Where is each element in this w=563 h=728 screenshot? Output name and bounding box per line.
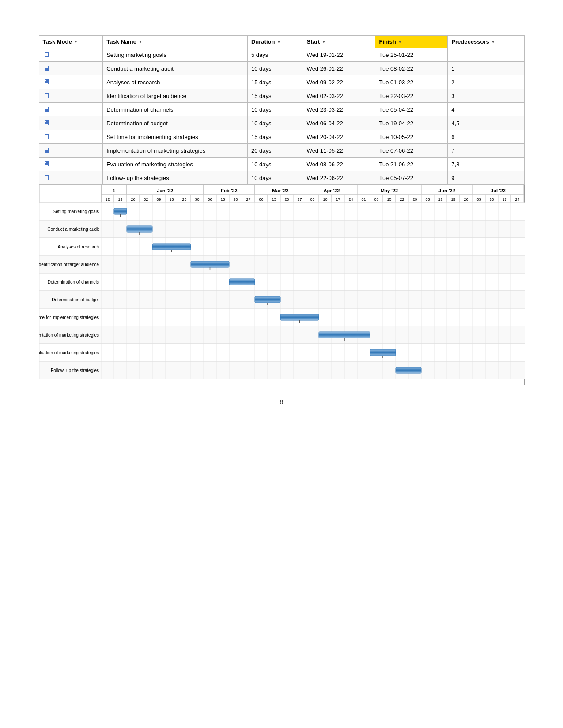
task-mode-cell-3: 🖥 <box>39 89 103 103</box>
start-cell-0: Wed 19-01-22 <box>303 48 375 62</box>
svg-text:23: 23 <box>182 197 186 202</box>
svg-text:16: 16 <box>169 197 174 202</box>
page-container: Task Mode ▼ Task Name ▼ Duration ▼ <box>39 35 525 405</box>
task-mode-cell-8: 🖥 <box>39 158 103 171</box>
svg-rect-269 <box>39 291 525 308</box>
svg-text:22: 22 <box>400 197 404 202</box>
task-mode-icon-2: 🖥 <box>43 78 50 86</box>
svg-text:Analyses of research: Analyses of research <box>57 244 98 249</box>
svg-text:13: 13 <box>220 197 225 202</box>
task-name-cell-2: Analyses of research <box>103 75 248 89</box>
th-taskmode: Task Mode ▼ <box>39 36 103 48</box>
task-name-cell-6: Set time for implementing strategies <box>103 130 248 144</box>
svg-text:20: 20 <box>233 197 238 202</box>
start-dropdown-arrow[interactable]: ▼ <box>321 39 326 44</box>
svg-text:Apr '22: Apr '22 <box>323 188 340 193</box>
duration-dropdown-arrow[interactable]: ▼ <box>276 39 281 44</box>
svg-rect-158 <box>39 238 525 255</box>
th-finish: Finish ▼ <box>375 36 448 48</box>
svg-text:24: 24 <box>515 197 519 202</box>
task-mode-icon-7: 🖥 <box>43 146 50 154</box>
task-mode-cell-0: 🖥 <box>39 48 103 62</box>
svg-text:Mar '22: Mar '22 <box>272 188 288 193</box>
svg-rect-267 <box>229 279 255 285</box>
table-row: 🖥 Set time for implementing strategies 1… <box>39 130 524 144</box>
gantt-table: Task Mode ▼ Task Name ▼ Duration ▼ <box>39 35 525 185</box>
table-row: 🖥 Analyses of research 15 days Wed 09-02… <box>39 75 524 89</box>
predecessors-cell-1: 1 <box>448 62 524 75</box>
duration-cell-5: 10 days <box>247 116 303 130</box>
svg-text:01: 01 <box>361 197 366 202</box>
finish-cell-0: Tue 25-01-22 <box>375 48 448 62</box>
task-name-cell-9: Follow- up the strategies <box>103 171 248 185</box>
predecessors-dropdown-arrow[interactable]: ▼ <box>491 39 495 44</box>
svg-text:Determination of budget: Determination of budget <box>52 297 99 302</box>
task-mode-icon-4: 🖥 <box>43 105 50 113</box>
th-taskname: Task Name ▼ <box>103 36 248 48</box>
svg-text:20: 20 <box>284 197 289 202</box>
taskname-dropdown-arrow[interactable]: ▼ <box>138 39 143 44</box>
duration-cell-2: 15 days <box>247 75 303 89</box>
table-row: 🖥 Follow- up the strategies 10 days Wed … <box>39 171 524 185</box>
duration-cell-1: 10 days <box>247 62 303 75</box>
duration-cell-3: 15 days <box>247 89 303 103</box>
svg-rect-380 <box>39 344 525 361</box>
start-cell-9: Wed 22-06-22 <box>303 171 375 185</box>
svg-text:17: 17 <box>502 197 506 202</box>
svg-rect-121 <box>39 220 525 238</box>
predecessors-cell-8: 7,8 <box>448 158 524 171</box>
svg-rect-119 <box>114 208 127 214</box>
finish-cell-4: Tue 05-04-22 <box>375 103 448 116</box>
duration-cell-6: 15 days <box>247 130 303 144</box>
svg-text:03: 03 <box>310 197 314 202</box>
predecessors-cell-5: 4,5 <box>448 116 524 130</box>
start-cell-3: Wed 02-03-22 <box>303 89 375 103</box>
start-cell-4: Wed 23-03-22 <box>303 103 375 116</box>
svg-rect-452 <box>396 367 421 373</box>
start-cell-6: Wed 20-04-22 <box>303 130 375 144</box>
svg-text:05: 05 <box>425 197 430 202</box>
svg-text:Jan '22: Jan '22 <box>157 188 173 193</box>
duration-cell-9: 10 days <box>247 171 303 185</box>
taskmode-dropdown-arrow[interactable]: ▼ <box>74 39 78 44</box>
svg-text:30: 30 <box>195 197 199 202</box>
start-cell-8: Wed 08-06-22 <box>303 158 375 171</box>
th-taskname-label: Task Name <box>106 38 136 45</box>
gantt-chart-section: 1Jan '22Feb '22Mar '22Apr '22May '22Jun … <box>39 185 525 385</box>
task-mode-cell-5: 🖥 <box>39 116 103 130</box>
th-start: Start ▼ <box>303 36 375 48</box>
page-number: 8 <box>39 398 525 405</box>
predecessors-cell-3: 3 <box>448 89 524 103</box>
svg-rect-232 <box>39 273 525 291</box>
svg-text:Setting marketing goals: Setting marketing goals <box>53 209 99 214</box>
predecessors-cell-0 <box>448 48 524 62</box>
svg-text:08: 08 <box>374 197 378 202</box>
predecessors-cell-7: 7 <box>448 144 524 158</box>
task-mode-icon-3: 🖥 <box>43 92 50 100</box>
table-row: 🖥 Identification of target audience 15 d… <box>39 89 524 103</box>
svg-rect-82 <box>39 185 101 203</box>
finish-dropdown-arrow[interactable]: ▼ <box>398 39 402 44</box>
svg-text:27: 27 <box>297 197 302 202</box>
svg-text:Evaluation of marketing strate: Evaluation of marketing strategies <box>39 350 99 355</box>
finish-cell-5: Tue 19-04-22 <box>375 116 448 130</box>
duration-cell-0: 5 days <box>247 48 303 62</box>
th-duration: Duration ▼ <box>247 36 303 48</box>
table-row: 🖥 Setting marketing goals 5 days Wed 19-… <box>39 48 524 62</box>
predecessors-cell-4: 4 <box>448 103 524 116</box>
th-finish-label: Finish <box>379 38 396 45</box>
finish-cell-3: Tue 22-03-22 <box>375 89 448 103</box>
svg-text:24: 24 <box>348 197 353 202</box>
svg-text:26: 26 <box>464 197 468 202</box>
task-mode-cell-4: 🖥 <box>39 103 103 116</box>
th-predecessors-label: Predecessors <box>451 38 489 45</box>
svg-text:May '22: May '22 <box>380 188 397 193</box>
page-number-text: 8 <box>280 398 283 405</box>
task-mode-icon-6: 🖥 <box>43 133 50 141</box>
svg-rect-341 <box>280 314 319 320</box>
duration-cell-7: 20 days <box>247 144 303 158</box>
svg-text:1: 1 <box>112 188 115 193</box>
finish-cell-6: Tue 10-05-22 <box>375 130 448 144</box>
svg-text:13: 13 <box>272 197 276 202</box>
svg-text:10: 10 <box>489 197 494 202</box>
